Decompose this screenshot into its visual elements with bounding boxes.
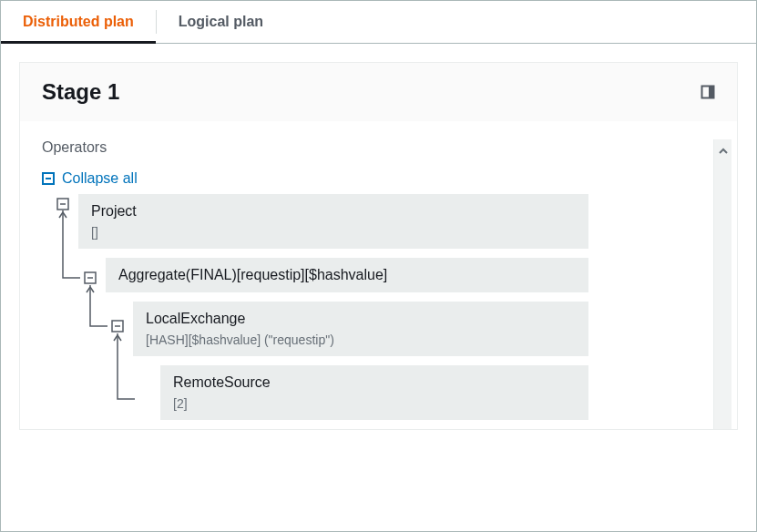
node-title: Project (91, 203, 576, 220)
tree-toggle-icon[interactable] (84, 271, 97, 284)
collapse-all-link[interactable]: Collapse all (62, 170, 138, 187)
node-subtitle: [2] (173, 396, 576, 411)
collapse-all-icon[interactable] (42, 172, 55, 185)
operators-label: Operators (42, 139, 708, 156)
tree-node: Project [] (42, 194, 708, 258)
tabs-bar: Distributed plan Logical plan (1, 1, 756, 44)
node-remotesource[interactable]: RemoteSource [2] (160, 365, 588, 420)
svg-rect-1 (709, 87, 714, 98)
tab-distributed-plan[interactable]: Distributed plan (1, 1, 156, 43)
stage-body: Operators Collapse all (20, 121, 737, 429)
scroll-up-icon[interactable] (718, 145, 729, 159)
operator-tree: Project [] Aggregate(FINAL)[requestip][$… (42, 194, 708, 429)
node-title: RemoteSource (173, 374, 576, 391)
node-subtitle: [] (91, 225, 576, 240)
node-title: LocalExchange (146, 311, 576, 327)
stage-panel: Stage 1 Operators Coll (19, 62, 738, 430)
node-localexchange[interactable]: LocalExchange [HASH][$hashvalue] ("reque… (133, 302, 588, 356)
tree-toggle-icon[interactable] (56, 198, 69, 210)
stage-title: Stage 1 (42, 79, 119, 105)
node-subtitle: [HASH][$hashvalue] ("requestip") (146, 332, 576, 347)
tree-node: RemoteSource [2] (42, 365, 708, 429)
tree-toggle-icon[interactable] (111, 320, 124, 332)
node-title: Aggregate(FINAL)[requestip][$hashvalue] (118, 267, 576, 283)
tree-node: Aggregate(FINAL)[requestip][$hashvalue] (42, 258, 708, 302)
tab-logical-plan[interactable]: Logical plan (157, 1, 285, 43)
node-aggregate[interactable]: Aggregate(FINAL)[requestip][$hashvalue] (106, 258, 588, 292)
stage-header: Stage 1 (20, 63, 737, 121)
panel-icon[interactable] (701, 85, 715, 99)
collapse-all-row: Collapse all (42, 170, 708, 187)
content-area: Stage 1 Operators Coll (1, 44, 756, 448)
node-project[interactable]: Project [] (78, 194, 588, 249)
scrollbar[interactable] (713, 139, 731, 429)
tree-node: LocalExchange [HASH][$hashvalue] ("reque… (42, 302, 708, 365)
